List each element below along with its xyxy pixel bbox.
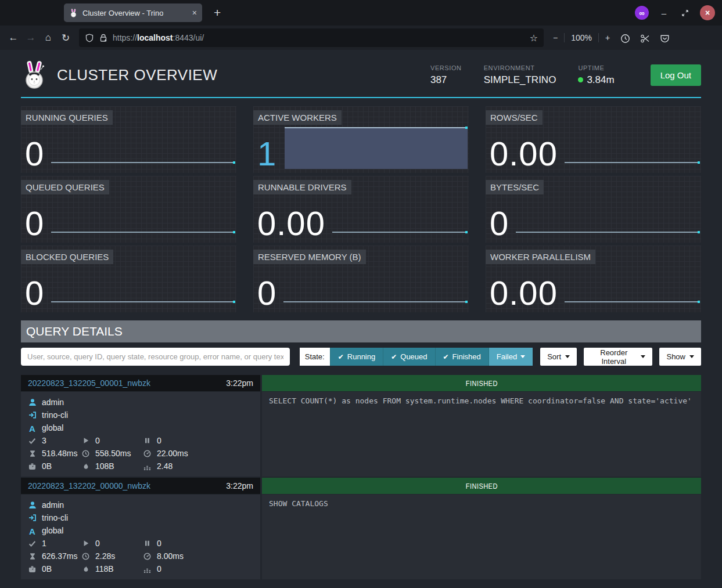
shield-icon[interactable] [85, 34, 94, 42]
query-details-header: QUERY DETAILS [21, 320, 701, 342]
zoom-out-button[interactable]: − [553, 33, 558, 42]
zoom-level[interactable]: 100% [571, 33, 592, 42]
running-splits: 0 [95, 539, 100, 548]
current-memory: 0B [42, 461, 52, 471]
stat-value: 0 [25, 208, 44, 239]
filter-finished-button[interactable]: ✔ Finished [435, 348, 488, 366]
sparkline [332, 232, 468, 233]
page-title: CLUSTER OVERVIEW [57, 66, 217, 84]
app-header: CLUSTER OVERVIEW VERSION 387 ENVIRONMENT… [21, 50, 701, 98]
stat-label: QUEUED QUERIES [21, 180, 109, 194]
window-maximize-button[interactable] [679, 7, 691, 19]
query-id-link[interactable]: 20220823_132205_00001_nwbzk [28, 378, 150, 388]
window-close-button[interactable]: × [700, 5, 715, 20]
running-splits-play-icon [81, 539, 90, 548]
bookmark-star-icon[interactable]: ☆ [530, 33, 538, 44]
total-time: 2.28s [95, 551, 115, 561]
completed-splits: 3 [42, 436, 46, 445]
query-text: SELECT COUNT(*) as nodes FROM system.run… [262, 392, 701, 477]
forward-button[interactable]: → [22, 29, 39, 46]
check-icon: ✔ [443, 353, 449, 361]
environment-label: ENVIRONMENT [484, 64, 556, 71]
stat-value: 0 [25, 138, 44, 169]
back-button[interactable]: ← [5, 29, 22, 46]
query-time: 3:22pm [226, 481, 253, 490]
parallelism-chart-icon [143, 462, 152, 471]
cpu-time-gauge-icon [143, 449, 152, 458]
home-button[interactable]: ⌂ [39, 29, 57, 46]
trino-favicon [69, 9, 78, 17]
cpu-time: 8.00ms [157, 551, 184, 561]
chevron-down-icon [689, 355, 694, 358]
stat-value: 0 [490, 208, 509, 239]
new-tab-button[interactable]: + [214, 6, 221, 20]
source-sign-in-icon [28, 411, 37, 420]
version-label: VERSION [430, 64, 462, 71]
history-clock-icon[interactable] [620, 34, 629, 42]
query-resource-group: global [42, 526, 63, 535]
cumulative-memory-flame-icon [81, 565, 90, 573]
filter-running-button[interactable]: ✔ Running [330, 348, 383, 366]
wall-time-hourglass-icon [28, 449, 37, 458]
query-search-input[interactable] [21, 348, 290, 366]
sparkline [51, 301, 235, 302]
chevron-down-icon [641, 355, 645, 358]
total-time-clock-icon [81, 552, 90, 561]
lock-warning-icon[interactable] [99, 34, 107, 42]
filter-queued-button[interactable]: ✔ Queued [383, 348, 434, 366]
trino-logo [21, 60, 48, 89]
show-dropdown[interactable]: Show [659, 348, 701, 366]
sparkline [51, 162, 235, 163]
stat-panel-runnable-drivers: RUNNABLE DRIVERS 0.00 [253, 176, 469, 243]
queued-splits-pause-icon [143, 539, 152, 548]
url-text[interactable]: https://localhost:8443/ui/ [113, 33, 204, 42]
window-minimize-button[interactable]: – [658, 7, 670, 19]
cumulative-memory-flame-icon [81, 462, 90, 471]
browser-tab-bar: Cluster Overview - Trino × + ∞ – × [0, 0, 722, 26]
divider [598, 33, 599, 42]
sort-dropdown[interactable]: Sort [540, 348, 577, 366]
tab-close-icon[interactable]: × [192, 8, 197, 17]
queued-splits: 0 [157, 436, 161, 445]
query-summary: admin trino-cli Aglobal 3 0 0 518.48ms 5… [21, 392, 260, 477]
sparkline [283, 301, 468, 302]
query-status-badge: FINISHED [262, 375, 701, 391]
query-user: admin [42, 500, 64, 510]
query-id-link[interactable]: 20220823_132202_00000_nwbzk [28, 481, 150, 490]
environment-block: ENVIRONMENT SIMPLE_TRINO [484, 64, 556, 86]
screenshot-scissors-icon[interactable] [640, 34, 649, 42]
browser-tab[interactable]: Cluster Overview - Trino × [64, 3, 202, 22]
zoom-in-button[interactable]: + [605, 33, 610, 42]
reload-button[interactable]: ↻ [57, 29, 74, 46]
logout-button[interactable]: Log Out [651, 64, 701, 86]
stat-value: 0.00 [490, 138, 558, 169]
pocket-icon[interactable] [660, 34, 669, 42]
stat-panel-active-workers: ACTIVE WORKERS 1 [253, 106, 469, 173]
extension-icon[interactable]: ∞ [635, 6, 649, 20]
stat-label: ROWS/SEC [486, 110, 543, 125]
total-time: 558.50ms [95, 449, 131, 458]
current-memory: 0B [42, 564, 52, 573]
url-bar[interactable]: https://localhost:8443/ui/ ☆ [79, 28, 544, 47]
cumulative-memory: 108B [95, 461, 114, 471]
version-value: 387 [430, 74, 462, 86]
uptime-label: UPTIME [578, 64, 614, 71]
parallelism: 0 [157, 564, 161, 573]
running-splits: 0 [95, 436, 100, 445]
query-id-bar: 20220823_132205_00001_nwbzk 3:22pm [21, 375, 260, 391]
stat-value: 0.00 [490, 277, 558, 308]
reorder-interval-dropdown[interactable]: Reorder Interval [584, 348, 652, 366]
cumulative-memory: 118B [95, 564, 114, 573]
sparkline [565, 162, 700, 163]
wall-time: 518.48ms [42, 449, 77, 458]
query-filter-toolbar: State: ✔ Running ✔ Queued ✔ Finished Fai… [21, 348, 701, 366]
filter-failed-dropdown[interactable]: Failed [488, 348, 533, 366]
queued-splits: 0 [157, 539, 161, 548]
divider [564, 33, 565, 42]
state-filter-group: State: ✔ Running ✔ Queued ✔ Finished Fai… [300, 348, 533, 366]
query-entry: 20220823_132205_00001_nwbzk 3:22pm admin… [21, 375, 701, 477]
stat-label: RUNNING QUERIES [21, 110, 113, 125]
stat-panel-blocked-queries: BLOCKED QUERIES 0 [21, 246, 236, 312]
stat-label: RUNNABLE DRIVERS [253, 180, 351, 194]
uptime-status-dot [578, 77, 583, 82]
